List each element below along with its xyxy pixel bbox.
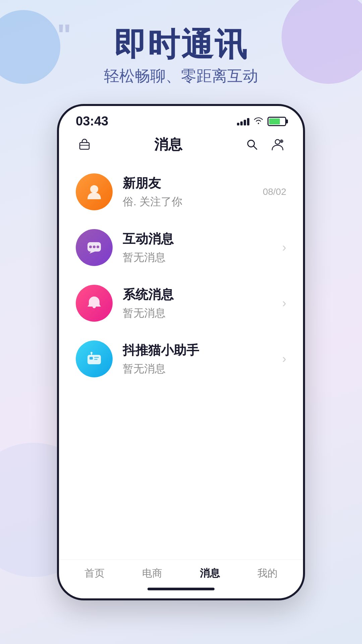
nav-right-icons (243, 136, 286, 153)
svg-point-18 (90, 352, 93, 354)
message-preview: 暂无消息 (123, 250, 272, 265)
status-time: 03:43 (76, 114, 108, 128)
sub-title: 轻松畅聊、零距离互动 (0, 66, 362, 87)
nav-item-home[interactable]: 首页 (66, 567, 123, 580)
message-content: 抖推猫小助手 暂无消息 (123, 342, 272, 376)
message-name: 新朋友 (123, 175, 253, 192)
home-indicator (59, 584, 303, 598)
nav-label-messages: 消息 (200, 567, 220, 580)
message-meta: › (282, 352, 286, 366)
message-name: 互动消息 (123, 230, 272, 248)
svg-rect-17 (94, 359, 98, 360)
message-time: 08/02 (263, 186, 286, 197)
svg-rect-14 (87, 355, 101, 364)
message-content: 互动消息 暂无消息 (123, 230, 272, 265)
signal-icon (237, 117, 249, 125)
message-content: 新朋友 俗. 关注了你 (123, 175, 253, 209)
avatar (76, 173, 113, 210)
bottom-nav: 首页 电商 消息 我的 (59, 559, 303, 584)
chevron-right-icon: › (282, 240, 286, 255)
shop-button[interactable] (76, 136, 93, 153)
svg-line-3 (253, 146, 257, 149)
list-item[interactable]: 新朋友 俗. 关注了你 08/02 (59, 164, 303, 220)
phone-frame: 03:43 (57, 104, 305, 600)
avatar (76, 340, 113, 377)
list-item[interactable]: 互动消息 暂无消息 › (59, 220, 303, 275)
avatar (76, 285, 113, 322)
chevron-right-icon: › (282, 352, 286, 366)
battery-icon (267, 117, 286, 126)
svg-point-9 (90, 185, 98, 193)
message-name: 抖推猫小助手 (123, 342, 272, 359)
svg-rect-0 (80, 143, 89, 149)
phone-mockup: 03:43 (57, 104, 305, 600)
svg-rect-15 (89, 357, 93, 360)
nav-item-messages[interactable]: 消息 (181, 567, 239, 580)
message-preview: 暂无消息 (123, 362, 272, 376)
top-nav: 消息 (59, 132, 303, 161)
message-list: 新朋友 俗. 关注了你 08/02 (59, 161, 303, 559)
message-name: 系统消息 (123, 286, 272, 303)
contacts-button[interactable] (269, 136, 286, 153)
nav-item-profile[interactable]: 我的 (239, 567, 296, 580)
wifi-icon (253, 116, 263, 127)
avatar (76, 229, 113, 266)
home-bar (147, 588, 215, 590)
message-meta: › (282, 296, 286, 310)
main-title: 即时通讯 (0, 27, 362, 62)
message-preview: 暂无消息 (123, 306, 272, 321)
list-item[interactable]: 抖推猫小助手 暂无消息 › (59, 331, 303, 387)
svg-point-11 (89, 246, 92, 248)
message-preview: 俗. 关注了你 (123, 195, 253, 209)
list-item[interactable]: 系统消息 暂无消息 › (59, 275, 303, 331)
search-button[interactable] (243, 136, 261, 153)
message-meta: 08/02 (263, 186, 286, 197)
status-bar: 03:43 (59, 106, 303, 132)
nav-label-profile: 我的 (257, 567, 278, 580)
nav-label-ecommerce: 电商 (142, 567, 162, 580)
status-icons (237, 116, 286, 127)
chevron-right-icon: › (282, 296, 286, 310)
message-meta: › (282, 240, 286, 255)
svg-rect-16 (94, 357, 99, 358)
svg-point-12 (93, 246, 96, 248)
nav-item-ecommerce[interactable]: 电商 (123, 567, 181, 580)
nav-title: 消息 (154, 135, 182, 154)
header-section: 即时通讯 轻松畅聊、零距离互动 (0, 27, 362, 87)
svg-point-4 (275, 140, 280, 144)
nav-label-home: 首页 (84, 567, 105, 580)
svg-point-13 (97, 246, 99, 248)
message-content: 系统消息 暂无消息 (123, 286, 272, 321)
